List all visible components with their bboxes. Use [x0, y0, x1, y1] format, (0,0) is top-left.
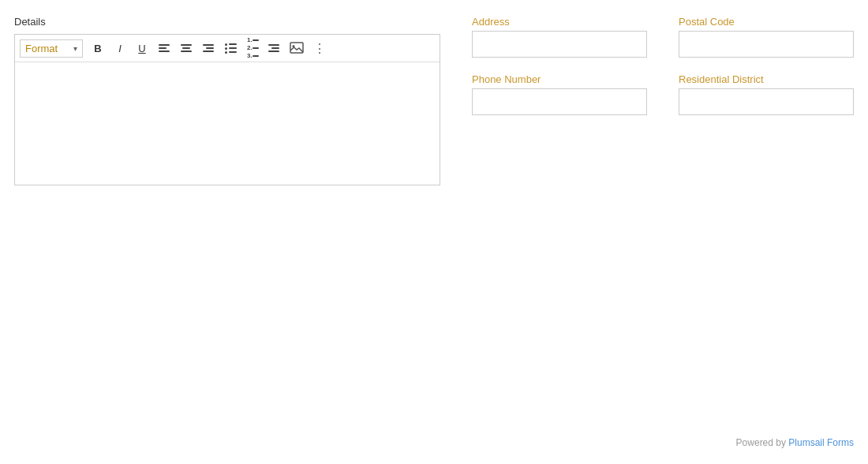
details-label: Details [14, 16, 440, 28]
align-center-button[interactable] [176, 38, 196, 58]
postal-code-input[interactable] [679, 31, 854, 58]
align-left-icon [159, 44, 170, 52]
unordered-list-button[interactable] [220, 38, 241, 58]
address-input[interactable] [472, 31, 647, 58]
italic-button[interactable]: I [110, 38, 130, 58]
residential-district-label: Residential District [679, 73, 854, 85]
rich-text-editor: Format ▾ B I U [14, 34, 440, 185]
align-right-icon [203, 44, 214, 52]
right-panel: Address Postal Code Phone Number Residen… [472, 16, 854, 115]
image-icon [290, 42, 304, 54]
bold-button[interactable]: B [88, 38, 108, 58]
main-content: Details Format ▾ B I [14, 16, 854, 185]
phone-number-input[interactable] [472, 88, 647, 115]
page-container: Details Format ▾ B I [0, 0, 868, 464]
more-options-icon: ⋮ [313, 41, 325, 56]
phone-number-field-group: Phone Number [472, 73, 647, 115]
residential-district-input[interactable] [679, 88, 854, 115]
postal-code-field-group: Postal Code [679, 16, 854, 58]
align-left-button[interactable] [154, 38, 174, 58]
unordered-list-icon [225, 43, 236, 54]
editor-body[interactable] [15, 62, 440, 185]
address-field-group: Address [472, 16, 647, 58]
align-center-icon [181, 44, 192, 52]
footer: Powered by Plumsail Forms [736, 437, 854, 448]
format-label: Format [25, 43, 58, 54]
form-grid: Address Postal Code Phone Number Residen… [472, 16, 854, 115]
plumsail-link[interactable]: Plumsail Forms [788, 437, 854, 448]
indent-icon [268, 44, 281, 52]
indent-button[interactable] [264, 38, 285, 58]
address-label: Address [472, 16, 647, 28]
align-right-button[interactable] [198, 38, 219, 58]
image-button[interactable] [286, 38, 307, 58]
format-dropdown-arrow: ▾ [73, 44, 77, 53]
ordered-list-button[interactable]: 1. 2. 3. [242, 38, 263, 58]
residential-district-field-group: Residential District [679, 73, 854, 115]
left-panel: Details Format ▾ B I [14, 16, 440, 185]
svg-rect-0 [290, 43, 303, 53]
ordered-list-icon: 1. 2. 3. [247, 37, 258, 59]
editor-toolbar: Format ▾ B I U [15, 35, 440, 62]
underline-button[interactable]: U [132, 38, 152, 58]
powered-by-text: Powered by [736, 437, 789, 448]
phone-number-label: Phone Number [472, 73, 647, 85]
format-dropdown[interactable]: Format ▾ [20, 39, 83, 58]
more-options-button[interactable]: ⋮ [309, 38, 329, 58]
postal-code-label: Postal Code [679, 16, 854, 28]
